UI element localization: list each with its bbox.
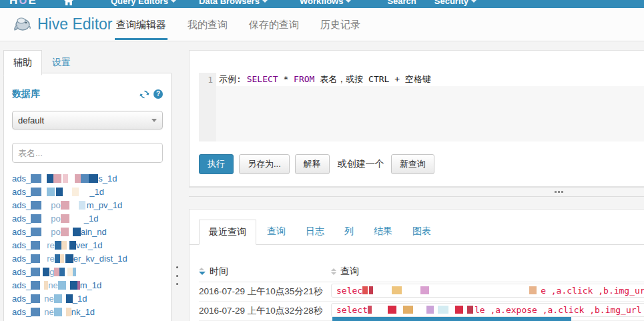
sidebar-table-item[interactable]: ads_rever_1d — [12, 239, 163, 252]
redaction-gap — [429, 293, 529, 294]
redacted-block — [31, 228, 41, 236]
sidebar-table-item[interactable]: ads_nenk_1d — [12, 306, 163, 319]
redaction-gap — [40, 248, 47, 248]
appbar-tab-1[interactable]: 我的查询 — [186, 8, 229, 41]
table-name-fragment: po — [51, 214, 60, 224]
appbar-tab-3[interactable]: 历史记录 — [319, 8, 362, 41]
sidebar-table-item[interactable]: ads_g — [12, 266, 163, 279]
sidebar-table-item[interactable]: ads_ne_1d — [12, 292, 163, 306]
database-select[interactable]: default — [12, 111, 163, 129]
sql-code-editor[interactable]: 1 示例: SELECT * FROM 表名，或按 CTRL + 空格键 — [199, 73, 644, 141]
help-icon[interactable]: ? — [153, 89, 163, 99]
editor-results-resize-bar[interactable] — [189, 187, 644, 197]
redaction-gap — [68, 181, 75, 182]
sidebar-table-item[interactable]: ads_s_1d — [12, 172, 163, 186]
execute-button[interactable]: 执行 — [199, 154, 234, 174]
chevron-down-icon — [262, 0, 268, 3]
results-tab-0[interactable]: 最近查询 — [199, 220, 256, 245]
table-name-suffix: s_1d — [98, 174, 117, 184]
editor-gutter: 1 — [199, 73, 216, 141]
redacted-block — [31, 174, 41, 183]
results-tab-1[interactable]: 查询 — [258, 220, 295, 244]
redaction-gap — [402, 293, 420, 294]
redacted-block — [79, 201, 85, 210]
save-as-button[interactable]: 另存为... — [239, 154, 290, 174]
or-create-label: 或创建一个 — [338, 158, 384, 170]
sidebar-tab-0[interactable]: 辅助 — [3, 50, 42, 75]
sidebar-tabs: 辅助设置 — [3, 50, 81, 75]
panel-resize-handle[interactable] — [174, 266, 180, 285]
editor-line-1: 示例: SELECT * FROM 表名，或按 CTRL + 空格键 — [216, 73, 644, 86]
redacted-block — [31, 268, 40, 276]
explain-button[interactable]: 解释 — [295, 154, 330, 174]
redacted-block — [61, 228, 69, 236]
table-name-fragment: ne — [48, 280, 57, 290]
query-text-head: selec — [336, 286, 362, 296]
redacted-block — [66, 308, 71, 316]
redacted-block — [73, 228, 81, 236]
topnav-menu: Query EditorsData BrowsersWorkflowsSearc… — [73, 0, 476, 6]
hive-editor-brand[interactable]: Hive Editor — [12, 15, 112, 33]
redacted-block — [65, 254, 73, 263]
results-tab-3[interactable]: 列 — [335, 220, 363, 244]
sort-icon — [331, 268, 336, 275]
appbar-tab-2[interactable]: 保存的查询 — [248, 8, 300, 41]
sidebar-table-item[interactable]: ads_reer_kv_dist_1d — [12, 252, 163, 266]
redacted-block — [55, 254, 60, 263]
sidebar-table-item[interactable]: ads__1d — [12, 186, 163, 199]
sidebar-table-item[interactable]: ads_poain_nd — [12, 226, 163, 239]
redacted-block — [81, 174, 89, 183]
new-query-button[interactable]: 新查询 — [391, 154, 434, 174]
query-link[interactable]: selectle ,a.expose ,a.click ,b.img_url f… — [331, 303, 644, 317]
table-filter-input[interactable] — [12, 143, 163, 163]
redaction-gap — [41, 181, 47, 182]
table-name-prefix: ads_ — [12, 280, 31, 290]
table-name-suffix: _1d — [84, 214, 99, 224]
appbar-tab-0[interactable]: 查询编辑器 — [115, 8, 168, 41]
app-header: Hive Editor 查询编辑器我的查询保存的查询历史记录 — [0, 8, 644, 41]
redacted-block — [61, 201, 69, 210]
redaction-gap — [41, 194, 47, 195]
topnav-item-workflows[interactable]: Workflows — [300, 0, 352, 6]
sidebar-tab-1[interactable]: 设置 — [42, 50, 81, 75]
table-name-suffix: ver_1d — [76, 240, 103, 250]
hue-logo[interactable]: HUE — [9, 0, 37, 7]
query-cell: selece ,a.click ,b.img_url from ( — [331, 284, 644, 300]
redacted-block — [43, 268, 49, 276]
table-name-fragment: re — [47, 240, 55, 250]
redaction-gap — [372, 312, 388, 313]
table-name-fragment: ne — [44, 307, 53, 317]
sort-icon — [199, 268, 206, 275]
refresh-icon[interactable] — [139, 89, 149, 99]
top-navbar-row: HUE Query EditorsData BrowsersWorkflowsS… — [0, 0, 476, 8]
home-icon[interactable] — [64, 0, 73, 5]
redacted-block — [89, 174, 98, 183]
redacted-block — [67, 268, 73, 276]
sidebar-table-item[interactable]: ads_po_1d — [12, 212, 163, 226]
redacted-block — [75, 174, 81, 183]
topnav-item-data-browsers[interactable]: Data Browsers — [199, 0, 268, 6]
table-rows: 2016-07-29 上午10点35分21秒selece ,a.click ,b… — [199, 282, 644, 321]
sidebar-table-item[interactable]: ads_pom_pv_1d — [12, 199, 163, 212]
topnav-item-security[interactable]: Security — [434, 0, 476, 6]
redacted-block — [420, 286, 429, 294]
redacted-block — [61, 214, 69, 223]
table-name-suffix: m_1d — [80, 280, 102, 290]
results-tab-5[interactable]: 图表 — [403, 220, 440, 244]
results-tab-4[interactable]: 结果 — [364, 220, 402, 244]
redacted-block — [392, 286, 402, 294]
database-row: 数据库 ? — [12, 88, 163, 100]
redacted-block — [529, 286, 537, 294]
sidebar-table-item[interactable]: ads_nem_1d — [12, 279, 163, 292]
resize-grip-icon — [555, 191, 565, 193]
topnav-item-query-editors[interactable]: Query Editors — [111, 0, 176, 6]
table-name-suffix: er_kv_dist_1d — [73, 254, 127, 264]
query-link[interactable]: selece ,a.click ,b.img_url from ( — [331, 284, 644, 298]
redaction-gap — [373, 293, 392, 294]
column-header-query[interactable]: 查询 — [331, 266, 359, 278]
query-time-cell: 2016-07-29 上午10点32分28秒 — [199, 305, 331, 317]
results-tab-2[interactable]: 日志 — [296, 220, 334, 244]
column-header-time[interactable]: 时间 — [199, 266, 331, 278]
redaction-gap — [396, 312, 403, 313]
topnav-item-search[interactable]: Search — [387, 0, 416, 6]
